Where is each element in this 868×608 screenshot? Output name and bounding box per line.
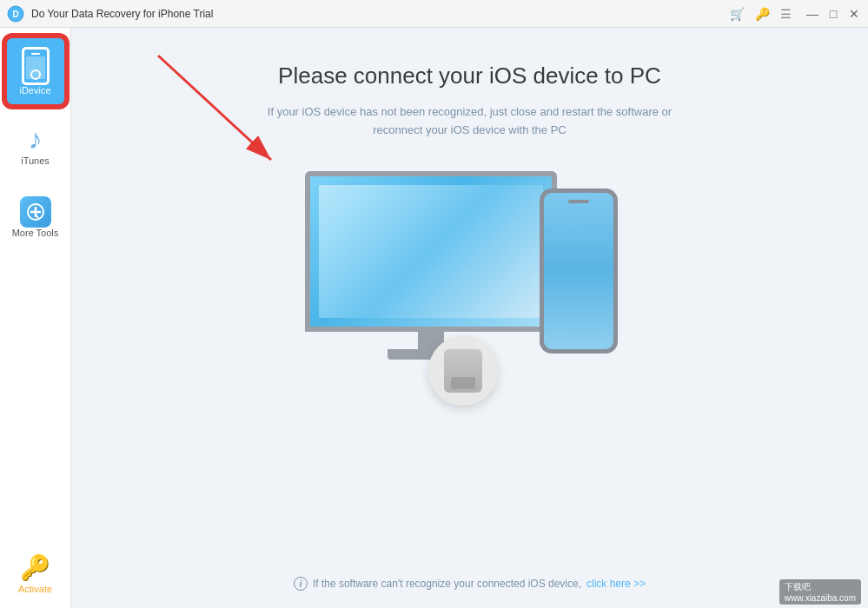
sidebar-item-idevice[interactable]: iDevice bbox=[5, 36, 66, 106]
idevice-screen bbox=[26, 56, 45, 79]
more-tools-icon bbox=[20, 196, 51, 228]
titlebar: D Do Your Data Recovery for iPhone Trial… bbox=[0, 0, 868, 28]
device-illustration bbox=[288, 171, 653, 432]
window-title: Do Your Data Recovery for iPhone Trial bbox=[31, 8, 730, 20]
menu-icon[interactable]: ☰ bbox=[780, 7, 792, 21]
close-button[interactable]: ✕ bbox=[847, 7, 861, 21]
app-icon: D bbox=[7, 5, 24, 23]
main-title: Please connect your iOS device to PC bbox=[278, 63, 661, 89]
svg-text:D: D bbox=[12, 10, 18, 19]
key-icon[interactable]: 🔑 bbox=[755, 7, 770, 21]
monitor-screen bbox=[305, 171, 557, 332]
sidebar-item-more-tools[interactable]: More Tools bbox=[5, 182, 66, 252]
cart-icon[interactable]: 🛒 bbox=[730, 7, 745, 21]
svg-line-6 bbox=[158, 56, 271, 160]
connector-inner bbox=[444, 349, 482, 393]
activate-button[interactable]: 🔑 Activate bbox=[18, 553, 52, 608]
titlebar-action-icons: 🛒 🔑 ☰ bbox=[730, 7, 792, 21]
maximize-button[interactable]: □ bbox=[826, 7, 840, 21]
watermark: 下载吧 www.xiazaiba.com bbox=[779, 579, 861, 605]
footer-notice: i If the software can't recognize your c… bbox=[71, 577, 868, 591]
main-subtitle: If your iOS device has not been recogniz… bbox=[268, 103, 672, 140]
sidebar-item-idevice-label: iDevice bbox=[19, 85, 50, 96]
main-content: Please connect your iOS device to PC If … bbox=[71, 28, 868, 608]
itunes-icon: ♪ bbox=[29, 123, 43, 155]
sidebar-item-itunes-label: iTunes bbox=[21, 155, 50, 166]
footer-notice-text: If the software can't recognize your con… bbox=[313, 578, 581, 590]
cable-connector-graphic bbox=[428, 336, 498, 406]
phone-graphic bbox=[540, 188, 618, 354]
sidebar-item-itunes[interactable]: ♪ iTunes bbox=[5, 109, 66, 179]
info-icon: i bbox=[294, 577, 308, 591]
idevice-icon bbox=[22, 47, 50, 85]
sidebar-item-more-tools-label: More Tools bbox=[12, 228, 59, 238]
minimize-button[interactable]: — bbox=[805, 7, 819, 21]
sidebar: iDevice ♪ iTunes More Tools 🔑 Activate bbox=[0, 28, 71, 608]
activate-icon: 🔑 bbox=[20, 553, 50, 582]
activate-label: Activate bbox=[18, 584, 52, 594]
window-controls: — □ ✕ bbox=[805, 7, 861, 21]
monitor-graphic bbox=[305, 171, 557, 362]
connector-plug bbox=[451, 377, 475, 389]
click-here-link[interactable]: click here >> bbox=[586, 578, 646, 590]
app-body: iDevice ♪ iTunes More Tools 🔑 Activate bbox=[0, 28, 868, 608]
